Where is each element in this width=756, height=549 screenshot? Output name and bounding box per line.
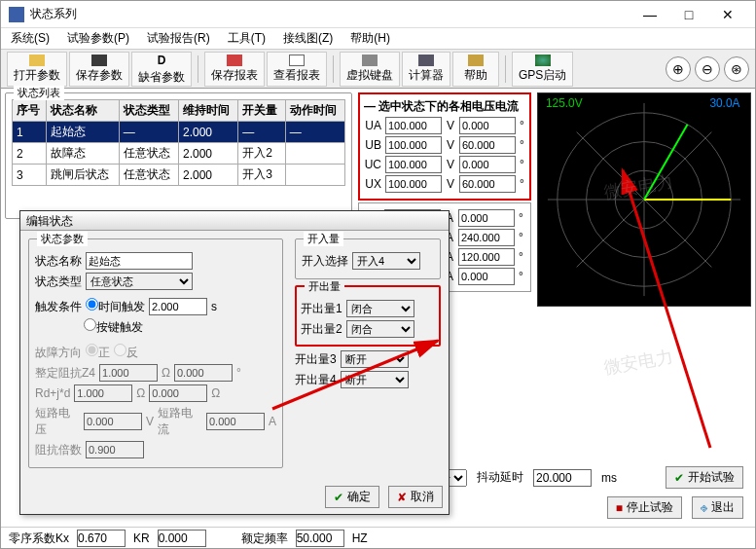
ux-voltage-input[interactable]: [385, 175, 442, 193]
maximize-button[interactable]: □: [669, 1, 708, 28]
state-type-select[interactable]: 任意状态: [86, 273, 193, 290]
exit-button[interactable]: ⎆退出: [692, 496, 743, 519]
menu-system[interactable]: 系统(S): [11, 30, 50, 47]
open-params-button[interactable]: 打开参数: [7, 52, 67, 87]
zoom-out-icon[interactable]: ⊖: [695, 56, 720, 82]
edit-state-dialog: 编辑状态 状态参数 状态名称 状态类型任意状态 触发条件 时间触发 s 按键触发…: [19, 210, 450, 515]
time-trigger-radio[interactable]: [86, 298, 98, 311]
default-params-button[interactable]: D缺省参数: [131, 52, 192, 87]
zoom-fit-icon[interactable]: ⊛: [724, 56, 749, 82]
ic-angle-input[interactable]: [458, 248, 515, 266]
ia-angle-input[interactable]: [458, 209, 515, 227]
jitter-input[interactable]: [533, 469, 592, 487]
out1-select[interactable]: 闭合: [346, 300, 414, 317]
save-params-button[interactable]: 保存参数: [69, 52, 129, 87]
ub-voltage-input[interactable]: [385, 136, 442, 154]
window-title: 状态系列: [30, 6, 630, 22]
ok-button[interactable]: ✔确定: [325, 486, 379, 508]
phasor-diagram: 125.0V 30.0A: [537, 92, 751, 307]
ix-angle-input[interactable]: [458, 268, 515, 285]
states-table: 序号 状态名称 状态类型 维持时间 开关量 动作时间 1起始态—2.000—— …: [12, 99, 345, 186]
calculator-button[interactable]: 计算器: [402, 52, 450, 87]
close-button[interactable]: ✕: [708, 1, 747, 28]
out3-select[interactable]: 断开: [341, 350, 409, 368]
ua-angle-input[interactable]: [459, 117, 516, 134]
dialog-title: 编辑状态: [20, 211, 449, 231]
gps-button[interactable]: GPS启动: [512, 52, 573, 87]
virtual-keyboard-button[interactable]: 虚拟键盘: [340, 52, 400, 87]
kx-input[interactable]: [77, 530, 126, 547]
uc-angle-input[interactable]: [459, 156, 516, 173]
zoom-in-icon[interactable]: ⊕: [666, 56, 691, 82]
save-report-button[interactable]: 保存报表: [204, 52, 265, 87]
menu-wiring[interactable]: 接线图(Z): [283, 30, 333, 47]
svg-text:30.0A: 30.0A: [709, 96, 739, 110]
start-test-button[interactable]: ✔开始试验: [666, 466, 743, 489]
cancel-button[interactable]: ✘取消: [388, 486, 443, 508]
key-trigger-radio[interactable]: [84, 318, 96, 331]
states-group-label: 状态列表: [14, 86, 64, 100]
trigger-time-input[interactable]: [149, 298, 207, 315]
out2-select[interactable]: 闭合: [346, 320, 414, 338]
svg-text:125.0V: 125.0V: [546, 96, 583, 110]
ux-angle-input[interactable]: [459, 175, 516, 193]
svg-line-8: [644, 125, 688, 200]
table-row[interactable]: 2故障态任意状态2.000开入2: [13, 143, 345, 165]
menu-help[interactable]: 帮助(H): [350, 30, 390, 47]
jitter-label: 抖动延时: [477, 469, 523, 486]
input-select[interactable]: 开入4: [352, 252, 420, 270]
ib-angle-input[interactable]: [458, 229, 515, 246]
freq-input[interactable]: [296, 530, 344, 547]
app-icon: [9, 7, 24, 22]
neg-dir-radio: [114, 344, 126, 356]
menu-params[interactable]: 试验参数(P): [67, 30, 129, 47]
help-button[interactable]: 帮助: [452, 52, 499, 87]
kr-input[interactable]: [158, 530, 206, 547]
minimize-button[interactable]: —: [630, 1, 669, 28]
table-row[interactable]: 1起始态—2.000——: [13, 122, 345, 143]
stop-test-button[interactable]: ■停止试验: [607, 496, 682, 519]
menu-report[interactable]: 试验报告(R): [147, 30, 210, 47]
menu-tools[interactable]: 工具(T): [228, 30, 266, 47]
ub-angle-input[interactable]: [459, 136, 516, 154]
voltage-current-panel: — 选中状态下的各相电压电流 UAV° UBV° UCV° UXV°: [358, 92, 531, 201]
state-name-input[interactable]: [86, 252, 193, 270]
panel-title: — 选中状态下的各相电压电流: [364, 98, 525, 115]
ua-voltage-input[interactable]: [385, 117, 442, 134]
uc-voltage-input[interactable]: [385, 156, 442, 173]
pos-dir-radio: [86, 344, 98, 356]
out4-select[interactable]: 断开: [341, 371, 409, 388]
table-row[interactable]: 3跳闸后状态任意状态2.000开入3: [13, 165, 345, 186]
view-report-button[interactable]: 查看报表: [267, 52, 327, 87]
